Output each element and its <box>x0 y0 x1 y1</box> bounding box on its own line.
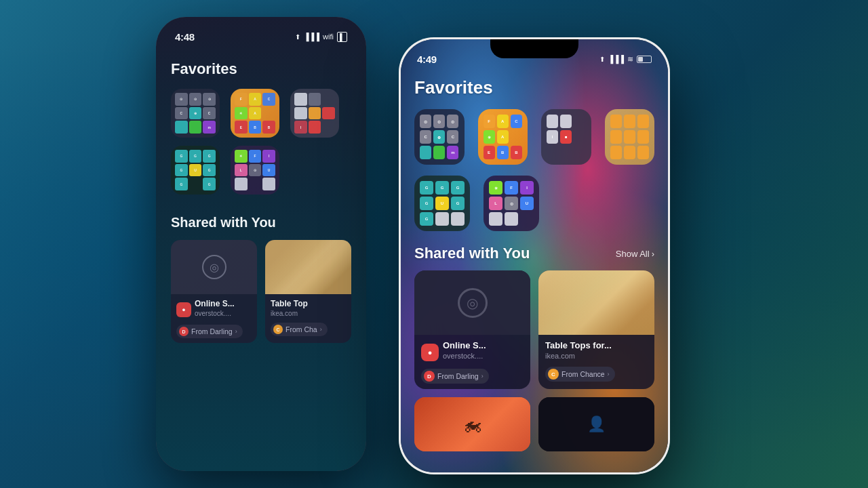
app-dot <box>309 121 321 134</box>
app-dot-front: ⊙ <box>505 197 518 210</box>
shared-card-online-front[interactable]: ◎ ● Online S... overstock.... <box>414 270 530 389</box>
app-dot-front: F <box>505 181 518 195</box>
wood-preview-front <box>538 270 654 335</box>
folder-3-back[interactable]: I <box>290 89 339 138</box>
card-title-table-front: Table Tops for... <box>545 340 648 350</box>
folder-2-front[interactable]: F A C ✳ A E B B <box>478 109 528 165</box>
card-preview-compass-back: ◎ <box>171 240 257 294</box>
shared-card-table-front[interactable]: Table Tops for... ikea.com C From Chance… <box>538 270 654 389</box>
app-dot-front <box>637 130 649 144</box>
card-sport-front[interactable]: 🏍 <box>414 397 530 451</box>
chance-avatar-front: C <box>548 369 559 380</box>
app-dot-front <box>637 146 649 159</box>
compass-icon-front: ◎ <box>458 288 488 318</box>
battery-icon-back: ▌ <box>337 32 347 42</box>
app-dot-front <box>610 146 622 159</box>
card-title-back: Online S... <box>195 299 235 308</box>
app-dot-front: I <box>520 181 534 195</box>
app-dot: C <box>175 107 188 120</box>
app-dot <box>322 121 335 134</box>
app-dot-front <box>505 212 518 226</box>
sport-icon: 🏍 <box>463 413 482 436</box>
shared-cards-front: ◎ ● Online S... overstock.... <box>414 270 654 389</box>
app-dot-front: G <box>435 181 449 195</box>
app-dot-front: ⊕ <box>433 130 445 144</box>
from-chance-front[interactable]: C From Chance › <box>545 367 615 382</box>
app-dot-front <box>560 146 572 159</box>
app-dot-front: A <box>497 130 509 144</box>
card-dark-front[interactable]: 👤 <box>538 397 654 451</box>
app-dot <box>309 93 321 106</box>
show-all-button[interactable]: Show All › <box>616 249 654 259</box>
folders-row-1-front: ⊙ ⊙ ⊙ C ⊕ C m F A C ✳ <box>414 109 654 165</box>
signal-bars-front: ▐▐▐ <box>608 55 624 63</box>
from-chevron-back: › <box>235 328 237 335</box>
app-dot-front <box>637 115 649 128</box>
back-content: Favorites ⊙ ⊙ ⊙ C ⊕ C m <box>156 47 366 357</box>
folder-6-front[interactable]: ✳ F I L ⊙ U <box>484 176 539 231</box>
app-dot-front: A <box>497 115 509 128</box>
shared-cards-bottom: 🏍 👤 <box>414 397 654 451</box>
folder-4-front[interactable] <box>605 109 655 165</box>
battery-fill <box>638 57 643 62</box>
app-dot: ⊕ <box>189 107 202 120</box>
from-chance-back[interactable]: C From Cha › <box>271 323 328 336</box>
app-dot-front: ✳ <box>484 130 495 144</box>
figure-icon: 👤 <box>587 415 606 433</box>
app-dot-front <box>547 146 558 159</box>
app-dot <box>189 121 202 134</box>
card-subtitle-table-front: ikea.com <box>545 352 648 360</box>
app-dot: G <box>175 178 188 190</box>
folder-5-front[interactable]: G G G G U G G <box>414 176 470 231</box>
app-dot: ✳ <box>235 150 248 163</box>
app-dot-front: ✳ <box>489 181 502 195</box>
card-info-table-back: Table Top ikea.com C From Cha › <box>265 294 351 341</box>
card-info-back: ● Online S... overstock.... D From Darli… <box>171 294 257 343</box>
overstock-icon-front: ● <box>421 344 439 361</box>
app-dot-front: ⊙ <box>420 115 431 128</box>
from-chance-text-back: From Cha <box>285 325 317 333</box>
app-dot-front: E <box>484 146 495 159</box>
app-dot: L <box>235 164 248 177</box>
app-dot-front: B <box>497 146 509 159</box>
folder-3-front[interactable]: I ■ <box>541 109 591 165</box>
scene: 4:48 ⬆ ▐▐▐ wifi ▌ Favorites ⊙ ⊙ ⊙ <box>0 0 868 488</box>
app-dot-front: ⊙ <box>447 115 458 128</box>
folder-2-back[interactable]: F A C ✳ A E B B <box>231 89 279 138</box>
app-dot-front: I <box>547 130 558 144</box>
darling-avatar-front: D <box>424 371 435 382</box>
from-darling-text-back: From Darling <box>191 327 233 336</box>
app-dot-front: F <box>484 115 495 128</box>
app-dot <box>294 107 307 120</box>
app-dot: U <box>189 164 202 177</box>
folders-row-1-back: ⊙ ⊙ ⊙ C ⊕ C m F A C ✳ <box>171 89 351 138</box>
location-icon-front: ⬆ <box>599 56 605 63</box>
app-dot-front <box>574 146 585 159</box>
status-icons-back: ⬆ ▐▐▐ wifi ▌ <box>295 32 347 42</box>
app-dot-front: ■ <box>560 130 572 144</box>
app-dot-front: G <box>420 212 433 226</box>
app-dot: G <box>189 150 202 163</box>
app-dot: ⊙ <box>249 164 262 177</box>
folder-1-back[interactable]: ⊙ ⊙ ⊙ C ⊕ C m <box>171 89 220 138</box>
app-dot-front: ⊙ <box>433 115 445 128</box>
app-dot <box>262 178 275 190</box>
app-dot: A <box>249 107 262 120</box>
app-dot: ⊙ <box>189 93 202 106</box>
folder-5-back[interactable]: ✳ F I L ⊙ U <box>231 146 279 195</box>
app-dot: F <box>249 150 262 163</box>
shared-card-table-back[interactable]: Table Top ikea.com C From Cha › <box>265 240 351 343</box>
shared-card-online-back[interactable]: ◎ ● Online S... overstock.... <box>171 240 257 343</box>
app-dot: E <box>235 121 248 134</box>
app-dot-front <box>547 115 558 128</box>
folder-4-back[interactable]: G G G G U G G G <box>171 146 220 195</box>
from-darling-front[interactable]: D From Darling › <box>421 369 489 384</box>
app-dot: G <box>203 164 216 177</box>
app-dot <box>262 107 275 120</box>
folder-1-front[interactable]: ⊙ ⊙ ⊙ C ⊕ C m <box>414 109 465 165</box>
app-dot: U <box>262 164 275 177</box>
app-dot: ⊙ <box>203 93 216 106</box>
from-darling-back[interactable]: D From Darling › <box>176 325 243 338</box>
app-dot-front <box>451 212 465 226</box>
phone-front-screen: 4:49 ⬆ ▐▐▐ ≋ Favorites ⊙ <box>401 39 668 472</box>
